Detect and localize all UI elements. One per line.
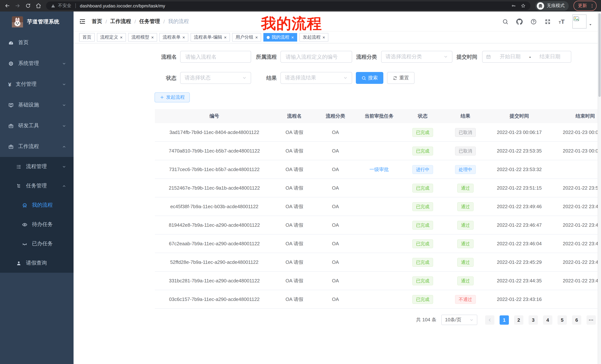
github-icon[interactable]	[516, 18, 523, 25]
process-name-input[interactable]	[180, 51, 251, 63]
page-button-6[interactable]: 6	[572, 315, 581, 325]
search-icon	[361, 76, 366, 80]
close-icon[interactable]: ×	[120, 35, 123, 39]
user-avatar-menu[interactable]	[572, 14, 592, 29]
tab-流程表单[interactable]: 流程表单×	[159, 33, 188, 42]
search-button[interactable]: 搜索	[356, 72, 383, 84]
cell-status: 已完成	[402, 146, 443, 155]
result-badge: 已取消	[455, 128, 476, 137]
start-process-button[interactable]: 发起流程	[155, 92, 190, 102]
briefcase-icon	[8, 144, 14, 149]
cell-process-name: OA 请假	[274, 147, 315, 154]
cell-category: OA	[315, 259, 356, 265]
sidebar-item-基础设施[interactable]: 基础设施	[0, 95, 74, 115]
page-content: 流程名 所属流程 流程分类 请选择流程分类 提交时间 开始日期 - 结束日期 状…	[74, 43, 598, 364]
process-def-input[interactable]	[280, 51, 352, 63]
task-link[interactable]: 一级审批	[369, 166, 389, 172]
face-icon	[22, 202, 28, 208]
chevron-down-icon	[62, 124, 66, 128]
sidebar-item-待办任务[interactable]: 待办任务	[0, 215, 74, 234]
font-size-icon[interactable]: TT	[559, 19, 565, 25]
reset-button[interactable]: 重置	[387, 72, 415, 84]
page-button-4[interactable]: 4	[543, 315, 552, 325]
cell-id: 7470a810-7b9b-11ec-b5b7-acde48001122	[155, 148, 274, 153]
result-badge: 处理中	[455, 165, 476, 174]
plus-icon	[160, 95, 164, 100]
browser-back-icon[interactable]	[4, 3, 10, 9]
breadcrumb-item[interactable]: 任务管理	[139, 18, 160, 25]
sidebar-item-任务管理[interactable]: 任务管理	[0, 176, 74, 196]
page-button-3[interactable]: 3	[529, 315, 538, 325]
cell-end-time: 2022-01-22 23:51:20	[551, 185, 601, 191]
sidebar-item-流程管理[interactable]: 流程管理	[0, 157, 74, 176]
chevron-left-icon	[488, 318, 492, 322]
sidebar-collapse-icon[interactable]	[79, 18, 86, 25]
cell-category: OA	[315, 167, 356, 172]
bookmark-star-icon[interactable]	[521, 3, 526, 8]
close-icon[interactable]: ×	[151, 35, 154, 39]
status-select[interactable]: 请选择状态	[180, 72, 251, 84]
pagination: 共 104 条 10条/页 123456···11 前往 页	[155, 315, 601, 325]
breadcrumb-item: 我的流程	[168, 18, 189, 25]
page-size-select[interactable]: 10条/页	[441, 315, 477, 325]
tab-流程表单-编辑[interactable]: 流程表单-编辑×	[190, 33, 230, 42]
breadcrumb-separator: /	[134, 18, 136, 24]
breadcrumb-item[interactable]: 工作流程	[110, 18, 131, 25]
column-header-结束时间: 结束时间	[551, 113, 601, 119]
status-badge: 已完成	[412, 258, 433, 267]
app-logo-row[interactable]: 芋道管理系统	[0, 11, 74, 32]
cell-end-time: 2022-01-22 23:46:09	[551, 241, 601, 246]
page-scrollbar[interactable]	[598, 11, 601, 364]
page-button-1[interactable]: 1	[500, 315, 509, 325]
sidebar-item-工作流程[interactable]: 工作流程	[0, 136, 74, 157]
breadcrumb-item[interactable]: 首页	[92, 18, 102, 25]
browser-forward-icon[interactable]	[15, 3, 20, 9]
not-secure-icon	[51, 3, 55, 8]
browser-home-icon[interactable]	[36, 3, 41, 9]
browser-update-button[interactable]: 更新	[573, 1, 597, 11]
sidebar-item-请假查询[interactable]: 请假查询	[0, 253, 74, 273]
page-button-5[interactable]: 5	[558, 315, 567, 325]
cell-submit-time: 2022-01-22 23:45:29	[488, 259, 551, 265]
cell-id: 67c2eaab-7b9a-11ec-a290-acde48001122	[155, 241, 274, 246]
result-select[interactable]: 请选择流结果	[280, 72, 352, 84]
page-button-2[interactable]: 2	[514, 315, 523, 325]
cell-category: OA	[315, 278, 356, 284]
password-key-icon[interactable]	[511, 3, 516, 8]
page-button-···[interactable]: ···	[587, 315, 596, 325]
close-icon[interactable]: ×	[182, 35, 185, 39]
browser-reload-icon[interactable]	[25, 3, 31, 9]
sidebar-item-系统管理[interactable]: 系统管理	[0, 53, 74, 74]
tab-发起流程[interactable]: 发起流程×	[299, 33, 328, 42]
scrollbar-thumb[interactable]	[598, 13, 601, 97]
address-bar[interactable]: 不安全 dashboard.yudao.iocoder.cn/bpm/task/…	[46, 1, 531, 10]
sidebar-item-已办任务[interactable]: 已办任务	[0, 234, 74, 253]
close-icon[interactable]: ×	[322, 35, 325, 39]
fullscreen-icon[interactable]	[545, 18, 551, 25]
close-icon[interactable]: ×	[224, 35, 227, 39]
help-icon[interactable]	[531, 18, 537, 25]
sidebar-item-我的流程[interactable]: 我的流程	[0, 196, 74, 215]
tab-首页[interactable]: 首页	[79, 33, 95, 42]
tab-流程定义[interactable]: 流程定义×	[97, 33, 126, 42]
process-name-field[interactable]	[185, 53, 247, 60]
submit-time-range-picker[interactable]: 开始日期 - 结束日期	[482, 51, 571, 63]
active-tab-dot	[267, 36, 270, 39]
tab-流程模型[interactable]: 流程模型×	[128, 33, 157, 42]
prev-page-button[interactable]	[485, 315, 494, 325]
close-icon[interactable]: ×	[255, 35, 258, 39]
process-def-field[interactable]	[285, 53, 348, 60]
result-badge: 已取消	[455, 146, 476, 155]
header-search-icon[interactable]	[502, 18, 509, 25]
close-icon[interactable]: ×	[291, 35, 294, 39]
sidebar-item-支付管理[interactable]: ¥支付管理	[0, 74, 74, 95]
cell-process-name: OA 请假	[274, 259, 315, 266]
sidebar-item-研发工具[interactable]: 研发工具	[0, 115, 74, 136]
chevron-up-icon	[62, 144, 66, 149]
browser-menu-icon[interactable]	[590, 3, 595, 8]
category-select[interactable]: 请选择流程分类	[381, 51, 452, 63]
sidebar-item-首页[interactable]: 首页	[0, 32, 74, 53]
tab-我的流程[interactable]: 我的流程×	[263, 33, 297, 42]
end-date-placeholder: 结束日期	[532, 53, 568, 60]
tab-用户分组[interactable]: 用户分组×	[232, 33, 261, 42]
